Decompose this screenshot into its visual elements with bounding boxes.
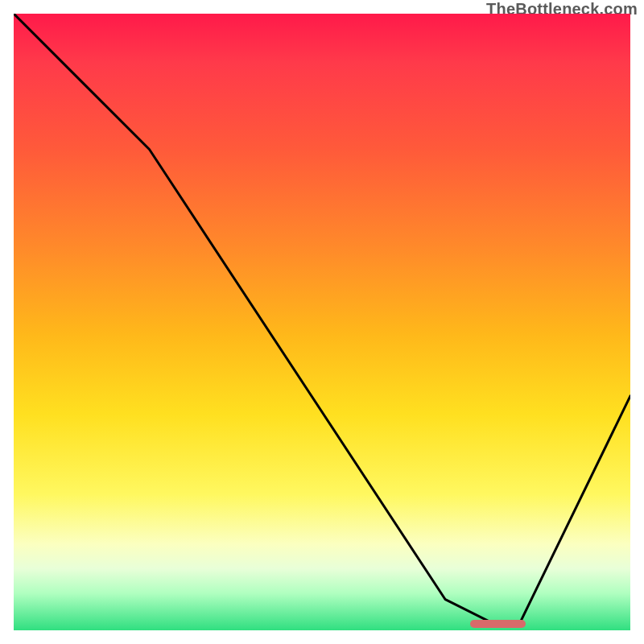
plot-area xyxy=(14,14,630,630)
bottleneck-curve xyxy=(14,14,630,630)
min-region-marker xyxy=(470,620,526,628)
bottleneck-chart: TheBottleneck.com xyxy=(0,0,644,644)
